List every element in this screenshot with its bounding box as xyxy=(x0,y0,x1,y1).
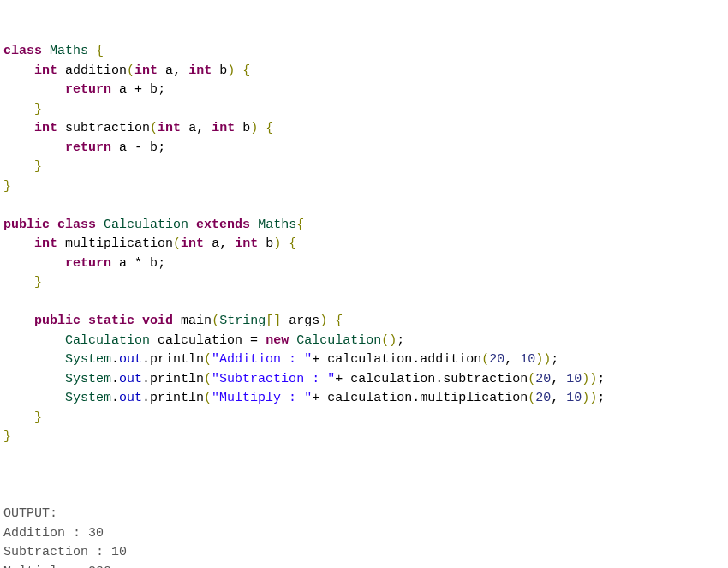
op-concat: + xyxy=(312,352,319,367)
array-brackets: [] xyxy=(266,314,281,328)
paren-open: ( xyxy=(212,314,219,328)
param-args: args xyxy=(289,314,319,328)
semicolon: ; xyxy=(158,141,165,155)
comma: , xyxy=(551,391,558,405)
paren-open: ( xyxy=(381,333,389,348)
num-literal: 10 xyxy=(566,391,582,405)
param-type: int xyxy=(212,121,235,135)
dot: . xyxy=(111,372,119,386)
comma: , xyxy=(196,121,204,135)
comma: , xyxy=(551,372,558,386)
op-plus: + xyxy=(134,82,142,97)
method-name: multiplication xyxy=(65,236,173,251)
param-type: int xyxy=(235,236,258,251)
param-b: b xyxy=(242,121,250,135)
paren-close: ) xyxy=(389,333,397,348)
brace-open: { xyxy=(296,218,304,232)
output-line: Subtraction : 10 xyxy=(3,545,127,559)
system-class: System xyxy=(65,352,111,367)
param-a: a xyxy=(188,121,196,135)
equals: = xyxy=(250,333,258,348)
dot: . xyxy=(111,391,119,405)
num-literal: 20 xyxy=(535,391,551,405)
dot: . xyxy=(435,372,443,386)
dot: . xyxy=(142,391,150,405)
class-name: Maths xyxy=(50,44,88,58)
num-literal: 10 xyxy=(520,352,535,367)
println-method: println xyxy=(150,352,204,367)
method-main: main xyxy=(181,314,212,328)
param-type: int xyxy=(158,121,181,135)
paren-open: ( xyxy=(173,236,181,251)
output-line: Multiply : 200 xyxy=(3,565,111,569)
method-name: subtraction xyxy=(65,121,150,135)
keyword-void: void xyxy=(142,314,173,328)
semicolon: ; xyxy=(597,372,605,386)
op-concat: + xyxy=(335,372,343,386)
semicolon: ; xyxy=(158,256,165,271)
dot: . xyxy=(412,352,420,367)
brace-close: } xyxy=(34,410,42,425)
brace-close: } xyxy=(34,159,42,174)
return-type: int xyxy=(34,63,57,78)
keyword-return: return xyxy=(65,82,111,97)
keyword-public: public xyxy=(34,314,81,328)
type-calculation: Calculation xyxy=(65,333,150,348)
paren-open: ( xyxy=(150,121,158,135)
keyword-new: new xyxy=(266,333,289,348)
brace-open: { xyxy=(335,314,343,328)
var-calculation: calculation xyxy=(158,333,242,348)
keyword-static: static xyxy=(88,314,134,328)
dot: . xyxy=(412,391,420,405)
dot: . xyxy=(111,352,119,367)
param-b: b xyxy=(219,63,227,78)
println-method: println xyxy=(150,372,204,386)
string-literal: "Subtraction : " xyxy=(212,372,335,386)
paren-open: ( xyxy=(204,352,212,367)
call-subtraction: subtraction xyxy=(443,372,528,386)
keyword-class: class xyxy=(57,218,96,232)
paren-open: ( xyxy=(127,63,134,78)
paren-open: ( xyxy=(481,352,489,367)
semicolon: ; xyxy=(397,333,404,348)
var-a: a xyxy=(119,82,127,97)
var-b: b xyxy=(150,82,158,97)
system-class: System xyxy=(65,372,111,386)
keyword-return: return xyxy=(65,141,111,155)
out-field: out xyxy=(119,352,142,367)
paren-open: ( xyxy=(528,372,535,386)
paren-open: ( xyxy=(528,391,535,405)
brace-close: } xyxy=(3,179,11,194)
comma: , xyxy=(173,63,181,78)
output-label: OUTPUT: xyxy=(3,506,57,521)
op-multiply: * xyxy=(134,256,142,271)
param-type: int xyxy=(188,63,212,78)
brace-close: } xyxy=(34,275,42,290)
brace-open: { xyxy=(289,236,296,251)
out-field: out xyxy=(119,391,142,405)
keyword-class: class xyxy=(3,44,42,58)
brace-open: { xyxy=(266,121,273,135)
param-type: int xyxy=(134,63,158,78)
string-literal: "Multiply : " xyxy=(212,391,312,405)
num-literal: 10 xyxy=(566,372,582,386)
keyword-public: public xyxy=(3,218,50,232)
output-line: Addition : 30 xyxy=(3,526,104,541)
brace-close: } xyxy=(3,429,11,444)
call-addition: addition xyxy=(420,352,481,367)
var-ref: calculation xyxy=(327,352,412,367)
var-a: a xyxy=(119,256,127,271)
num-literal: 20 xyxy=(535,372,551,386)
brace-close: } xyxy=(34,102,42,117)
paren-close: ) xyxy=(589,372,597,386)
var-ref: calculation xyxy=(350,372,435,386)
paren-close: ) xyxy=(589,391,597,405)
super-class: Maths xyxy=(258,218,296,232)
var-b: b xyxy=(150,256,158,271)
comma: , xyxy=(219,236,227,251)
paren-close: ) xyxy=(582,372,589,386)
brace-open: { xyxy=(96,44,104,58)
type-string: String xyxy=(219,314,266,328)
dot: . xyxy=(142,352,150,367)
semicolon: ; xyxy=(158,82,165,97)
